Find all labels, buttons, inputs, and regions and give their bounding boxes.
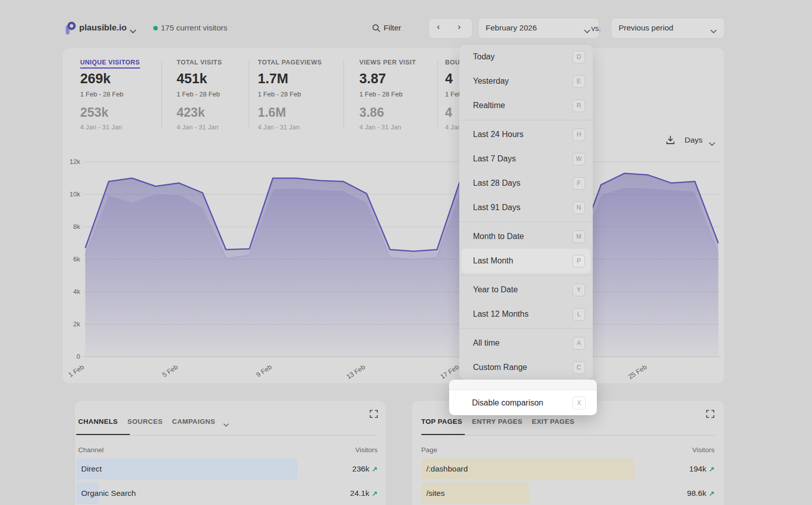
next-period-button[interactable]: › <box>458 22 461 32</box>
menu-item-last-12-months[interactable]: Last 12 MonthsL <box>459 302 593 326</box>
tab-entry-pages[interactable]: ENTRY PAGES <box>472 418 522 425</box>
trend-up-icon: ↗ <box>709 465 715 473</box>
shortcut-key: L <box>572 308 585 321</box>
divider <box>421 435 715 435</box>
comparison-menu-top-strip <box>449 380 597 390</box>
page-row-visitors: 98.6k <box>687 489 706 498</box>
chevron-down-icon[interactable] <box>223 420 229 429</box>
shortcut-key: A <box>572 337 585 350</box>
menu-item-last-24-hours[interactable]: Last 24 HoursH <box>459 122 593 147</box>
channel-row-visitors: 24.1k <box>350 489 369 498</box>
shortcut-key: C <box>572 361 585 374</box>
menu-divider <box>459 222 593 222</box>
channel-row-visitors: 236k <box>352 464 369 474</box>
shortcut-key: E <box>572 75 585 88</box>
visitors-chart[interactable] <box>63 48 724 383</box>
site-switcher-chevron-icon[interactable] <box>130 26 136 36</box>
tab-top-pages[interactable]: TOP PAGES <box>421 418 462 425</box>
channel-row-name[interactable]: Organic Search <box>81 489 136 498</box>
shortcut-key: P <box>572 255 585 267</box>
vs-label: vs. <box>591 24 601 32</box>
date-range-label: February 2026 <box>486 23 537 32</box>
date-range-menu: TodayD YesterdayE RealtimeR Last 24 Hour… <box>459 45 593 380</box>
page-row-value: 194k↗ <box>654 464 715 474</box>
trend-up-icon: ↗ <box>372 489 378 497</box>
expand-icon[interactable] <box>369 410 378 420</box>
filter-button[interactable]: Filter <box>384 23 401 32</box>
date-nav-group: ‹ › <box>429 19 472 38</box>
channel-row-value: 236k↗ <box>317 464 378 474</box>
trend-up-icon: ↗ <box>709 489 715 497</box>
expand-icon[interactable] <box>706 410 715 420</box>
shortcut-key: X <box>572 396 586 410</box>
menu-item-last-91-days[interactable]: Last 91 DaysN <box>459 195 593 220</box>
pages-col-header: Page <box>421 446 437 454</box>
menu-item-last-7-days[interactable]: Last 7 DaysW <box>459 147 593 171</box>
tab-campaigns[interactable]: CAMPAIGNS <box>172 418 215 425</box>
page-row-value: 98.6k↗ <box>654 489 715 498</box>
menu-divider <box>459 120 593 120</box>
menu-item-all-time[interactable]: All timeA <box>459 331 593 355</box>
menu-item-month-to-date[interactable]: Month to DateM <box>459 224 593 249</box>
menu-item-realtime[interactable]: RealtimeR <box>459 93 593 118</box>
shortcut-key: D <box>572 51 585 63</box>
menu-item-last-28-days[interactable]: Last 28 DaysF <box>459 171 593 195</box>
menu-divider <box>459 328 593 329</box>
channel-bar <box>76 458 297 480</box>
channels-col-header: Channel <box>78 446 104 454</box>
channels-visitors-header: Visitors <box>327 446 378 454</box>
comparison-menu: Disable comparison X <box>449 380 597 415</box>
chevron-down-icon <box>710 26 717 36</box>
tab-exit-pages[interactable]: EXIT PAGES <box>532 418 574 425</box>
channel-row-value: 24.1k↗ <box>317 489 378 498</box>
plausible-logo <box>65 21 76 35</box>
menu-item-yesterday[interactable]: YesterdayE <box>459 69 593 93</box>
channel-row-name[interactable]: Direct <box>81 464 101 474</box>
tab-channels[interactable]: CHANNELS <box>78 418 118 425</box>
page-row-name[interactable]: /sites <box>426 489 445 498</box>
shortcut-key: Y <box>572 284 585 296</box>
shortcut-key: M <box>572 230 585 243</box>
trend-up-icon: ↗ <box>372 465 378 473</box>
chevron-down-icon <box>584 26 590 36</box>
prev-period-button[interactable]: ‹ <box>437 22 440 32</box>
divider <box>76 435 378 435</box>
menu-item-disable-comparison[interactable]: Disable comparison X <box>449 390 597 415</box>
menu-item-last-month[interactable]: Last MonthP <box>461 249 591 273</box>
search-icon <box>372 24 381 35</box>
menu-divider <box>459 275 593 276</box>
pages-visitors-header: Visitors <box>664 446 715 454</box>
menu-item-custom-range[interactable]: Custom RangeC <box>459 355 593 380</box>
page-row-name[interactable]: /:dashboard <box>426 464 468 474</box>
menu-item-year-to-date[interactable]: Year to DateY <box>459 278 593 302</box>
comparison-label: Previous period <box>619 23 673 32</box>
date-range-select[interactable]: February 2026 <box>479 18 599 38</box>
site-name[interactable]: plausible.io <box>79 23 127 33</box>
shortcut-key: W <box>572 153 585 165</box>
page-row-visitors: 194k <box>689 464 706 474</box>
shortcut-key: R <box>572 99 585 112</box>
comparison-select[interactable]: Previous period <box>612 18 724 38</box>
current-visitors[interactable]: 175 current visitors <box>161 23 227 32</box>
chart-series <box>85 173 718 357</box>
shortcut-key: F <box>572 177 585 190</box>
tab-sources[interactable]: SOURCES <box>127 418 163 425</box>
menu-item-today[interactable]: TodayD <box>459 45 593 69</box>
live-dot-icon <box>153 26 158 30</box>
shortcut-key: H <box>572 128 585 141</box>
shortcut-key: N <box>572 201 585 214</box>
